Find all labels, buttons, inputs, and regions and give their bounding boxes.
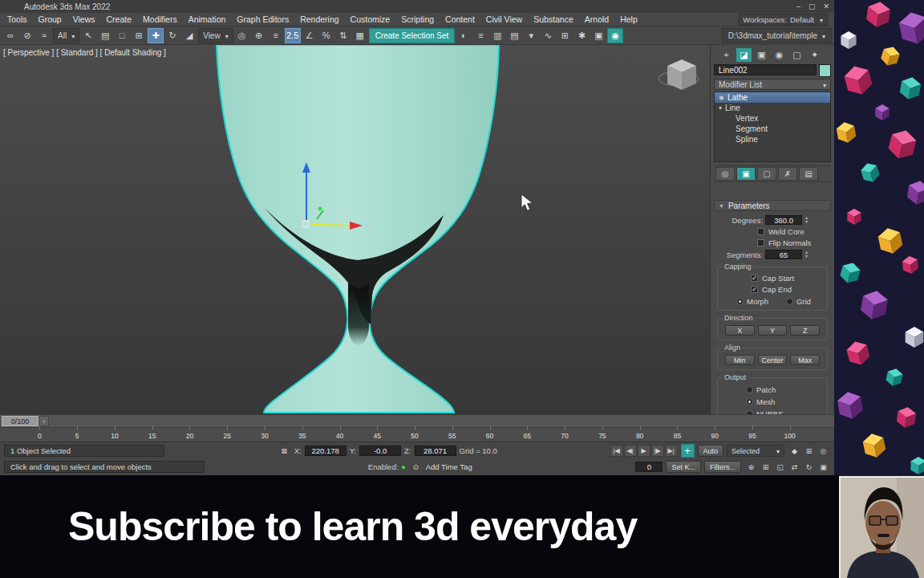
show-end-result-icon[interactable]: ▣ [736, 167, 756, 181]
rendered-frame-icon[interactable]: ▣ [590, 28, 606, 43]
time-tag-clock-icon[interactable]: ⊙ [409, 461, 423, 473]
segments-spinner[interactable] [804, 250, 808, 258]
menu-views[interactable]: Views [67, 14, 101, 24]
select-and-rotate-icon[interactable]: ↻ [164, 28, 180, 43]
timeline-tick-55[interactable]: 55 [433, 432, 471, 440]
modifier-list-dropdown[interactable]: Modifier List [714, 79, 831, 90]
menu-animation[interactable]: Animation [183, 14, 232, 24]
weld-core-checkbox[interactable] [757, 228, 764, 235]
menu-substance[interactable]: Substance [528, 14, 579, 24]
set-key-button[interactable]: Set K... [666, 461, 701, 473]
percent-snap-icon[interactable]: % [318, 28, 334, 43]
scene-explorer-icon[interactable]: ▥ [489, 28, 505, 43]
timeline-tick-80[interactable]: 80 [621, 432, 659, 440]
modifier-stack-item-vertex[interactable]: Vertex [715, 113, 830, 124]
unlink-selection-icon[interactable]: ⊘ [19, 28, 35, 43]
output-mesh-radio[interactable] [746, 398, 753, 405]
timeline-tick-85[interactable]: 85 [659, 432, 696, 440]
create-selection-set-button[interactable]: Create Selection Set [369, 28, 456, 43]
timeline-tick-65[interactable]: 65 [509, 432, 546, 440]
keyboard-override-icon[interactable]: ≡ [268, 28, 284, 43]
layer-manager-icon[interactable]: ▤ [506, 28, 522, 43]
previous-frame-button[interactable]: ◀| [624, 445, 637, 457]
hierarchy-tab-icon[interactable]: ▣ [754, 48, 769, 62]
menu-modifiers[interactable]: Modifiers [137, 14, 183, 24]
x-coordinate-field[interactable]: 220.178 [305, 446, 346, 456]
motion-tab-icon[interactable]: ◉ [772, 48, 787, 62]
zoom-all-icon[interactable]: ⊞ [759, 461, 772, 473]
parameters-rollout-header[interactable]: ▼ Parameters [714, 200, 831, 211]
menu-tools[interactable]: Tools [2, 14, 33, 24]
timeline-tick-10[interactable]: 10 [96, 432, 134, 440]
timeline-tick-40[interactable]: 40 [321, 432, 359, 440]
timeline-tick-50[interactable]: 50 [396, 432, 434, 440]
output-patch-radio[interactable] [746, 386, 753, 393]
close-button[interactable]: ✕ [823, 2, 829, 10]
rectangular-selection-icon[interactable]: □ [114, 28, 130, 43]
menu-rendering[interactable]: Rendering [294, 14, 344, 24]
viewcube[interactable] [659, 59, 699, 90]
timeline-tick-70[interactable]: 70 [546, 432, 584, 440]
time-slider-handle[interactable]: 0/100 [2, 416, 38, 426]
menu-graph-editors[interactable]: Graph Editors [231, 14, 294, 24]
timeline-tick-95[interactable]: 95 [734, 432, 772, 440]
utilities-tab-icon[interactable]: ✦ [807, 48, 822, 62]
flip-normals-checkbox[interactable] [757, 239, 764, 246]
modifier-stack-item-lathe[interactable]: ◉Lathe [715, 92, 830, 103]
render-setup-icon[interactable]: ✱ [573, 28, 590, 43]
bind-to-space-warp-icon[interactable]: ≈ [36, 28, 52, 43]
cap-end-checkbox[interactable] [751, 286, 758, 293]
display-tab-icon[interactable]: ▢ [789, 48, 804, 62]
timeline-tick-75[interactable]: 75 [583, 432, 621, 440]
modify-tab-icon[interactable]: ◪ [736, 48, 752, 62]
menu-content[interactable]: Content [440, 14, 480, 24]
cap-start-checkbox[interactable] [751, 275, 758, 282]
menu-customize[interactable]: Customize [345, 14, 396, 24]
schematic-view-icon[interactable]: ⊞ [557, 28, 573, 43]
modifier-stack-item-line[interactable]: ▾Line [715, 103, 830, 113]
modifier-stack-item-segment[interactable]: Segment [715, 124, 830, 134]
spinner-snap-icon[interactable]: ⇅ [335, 28, 351, 43]
selection-filter-dropdown[interactable]: All [53, 28, 79, 43]
ribbon-icon[interactable]: ▾ [523, 28, 539, 43]
grid-radio[interactable] [786, 298, 793, 305]
menu-scripting[interactable]: Scripting [395, 14, 440, 24]
menu-group[interactable]: Group [33, 14, 67, 24]
timeline-tick-20[interactable]: 20 [171, 432, 209, 440]
isolate-selection-icon[interactable]: ◎ [817, 445, 830, 457]
maximize-viewport-toggle-icon[interactable]: ▣ [817, 461, 830, 473]
make-unique-icon[interactable]: ▢ [757, 167, 776, 181]
selected-dropdown[interactable]: Selected [727, 445, 784, 457]
menu-create[interactable]: Create [101, 14, 138, 24]
select-and-link-icon[interactable]: ∞ [2, 28, 18, 43]
align-center-button[interactable]: Center [758, 355, 788, 365]
pin-stack-icon[interactable]: ◎ [715, 167, 735, 181]
y-coordinate-field[interactable]: -0.0 [359, 446, 401, 456]
viewport[interactable]: [ Perspective ] [ Standard ] [ Default S… [0, 45, 710, 414]
timeline-tick-25[interactable]: 25 [209, 432, 246, 440]
go-to-start-button[interactable]: |◀ [610, 445, 623, 457]
configure-modifier-sets-icon[interactable]: ▤ [799, 167, 818, 181]
timeline-tick-35[interactable]: 35 [283, 432, 321, 440]
transform-type-in-lock-icon[interactable]: ⊠ [278, 445, 291, 457]
degrees-field[interactable]: 360.0 [765, 215, 802, 225]
timeline-tick-30[interactable]: 30 [246, 432, 284, 440]
remove-modifier-icon[interactable]: ✗ [778, 167, 797, 181]
timeline-tick-5[interactable]: 5 [59, 432, 96, 440]
use-pivot-center-icon[interactable]: ◎ [234, 28, 250, 43]
project-folder-dropdown[interactable]: D:\3dmax_tutorial\temple [722, 28, 832, 43]
select-object-icon[interactable]: ↖ [80, 28, 96, 43]
modifier-stack-item-spline[interactable]: Spline [715, 134, 830, 144]
timeline-tick-0[interactable]: 0 [21, 432, 59, 440]
align-icon[interactable]: ≡ [472, 28, 488, 43]
select-by-name-icon[interactable]: ▤ [97, 28, 113, 43]
timeline-tick-45[interactable]: 45 [359, 432, 396, 440]
minimize-button[interactable]: – [796, 2, 800, 10]
timeline-tick-100[interactable]: 100 [771, 432, 808, 440]
z-coordinate-field[interactable]: 28.071 [415, 446, 456, 456]
zoom-extents-icon[interactable]: ◱ [773, 461, 787, 473]
select-and-manipulate-icon[interactable]: ⊕ [251, 28, 267, 43]
key-filters-button[interactable]: Filters... [704, 461, 741, 473]
timeline-tick-60[interactable]: 60 [471, 432, 509, 440]
menu-civil-view[interactable]: Civil View [480, 14, 528, 24]
